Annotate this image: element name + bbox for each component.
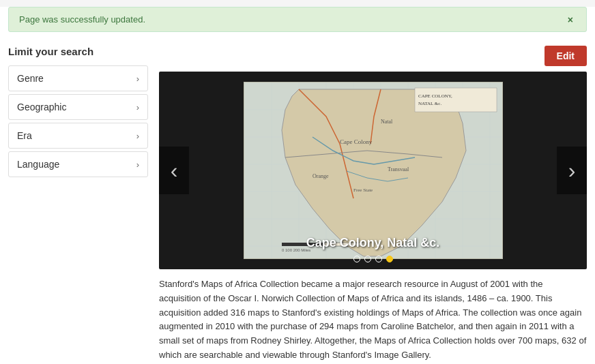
description-text: Stanford's Maps of Africa Collection bec… bbox=[159, 277, 587, 363]
edit-button[interactable]: Edit bbox=[545, 46, 587, 66]
carousel-prev-button[interactable]: ‹ bbox=[159, 147, 189, 194]
carousel-dot-3[interactable] bbox=[375, 256, 382, 262]
carousel-image: Cape Colony Natal Orange Free State Tran… bbox=[244, 82, 503, 259]
carousel-dot-1[interactable] bbox=[353, 256, 360, 262]
edit-btn-row: Edit bbox=[159, 46, 587, 66]
chevron-right-icon: › bbox=[136, 131, 139, 141]
content-area: Edit ‹ bbox=[159, 46, 587, 363]
facet-era[interactable]: Era › bbox=[8, 123, 148, 149]
sidebar-title: Limit your search bbox=[8, 46, 148, 57]
svg-text:NATAL &c.: NATAL &c. bbox=[418, 101, 441, 106]
carousel-dot-4[interactable] bbox=[386, 256, 393, 262]
facet-language[interactable]: Language › bbox=[8, 151, 148, 177]
page-wrapper: Page was successfully updated. × Limit y… bbox=[0, 7, 595, 364]
facet-era-label: Era bbox=[17, 130, 32, 141]
carousel-dot-2[interactable] bbox=[364, 256, 371, 262]
facet-geographic-label: Geographic bbox=[17, 102, 66, 112]
svg-text:CAPE COLONY,: CAPE COLONY, bbox=[418, 93, 452, 99]
success-message: Page was successfully updated. bbox=[19, 14, 145, 25]
chevron-right-icon: › bbox=[136, 74, 139, 84]
carousel-caption: Cape Colony, Natal &c. bbox=[306, 236, 440, 250]
svg-text:Natal: Natal bbox=[381, 119, 393, 125]
success-banner: Page was successfully updated. × bbox=[8, 7, 587, 32]
svg-rect-21 bbox=[415, 88, 497, 112]
carousel: ‹ bbox=[159, 72, 587, 269]
carousel-dots bbox=[353, 256, 393, 262]
carousel-next-button[interactable]: › bbox=[557, 147, 587, 194]
facet-geographic[interactable]: Geographic › bbox=[8, 94, 148, 120]
facet-genre-label: Genre bbox=[17, 73, 44, 84]
chevron-right-icon: › bbox=[136, 160, 139, 170]
chevron-right-icon: › bbox=[136, 102, 139, 112]
svg-text:Free State: Free State bbox=[353, 187, 373, 193]
close-banner-button[interactable]: × bbox=[565, 15, 576, 25]
facet-genre[interactable]: Genre › bbox=[8, 65, 148, 91]
sidebar: Limit your search Genre › Geographic › E… bbox=[8, 46, 148, 363]
main-layout: Limit your search Genre › Geographic › E… bbox=[0, 39, 595, 364]
facet-language-label: Language bbox=[17, 159, 59, 170]
svg-text:Orange: Orange bbox=[313, 173, 329, 179]
svg-text:Transvaal: Transvaal bbox=[388, 166, 409, 172]
svg-text:Cape Colony: Cape Colony bbox=[340, 138, 373, 145]
